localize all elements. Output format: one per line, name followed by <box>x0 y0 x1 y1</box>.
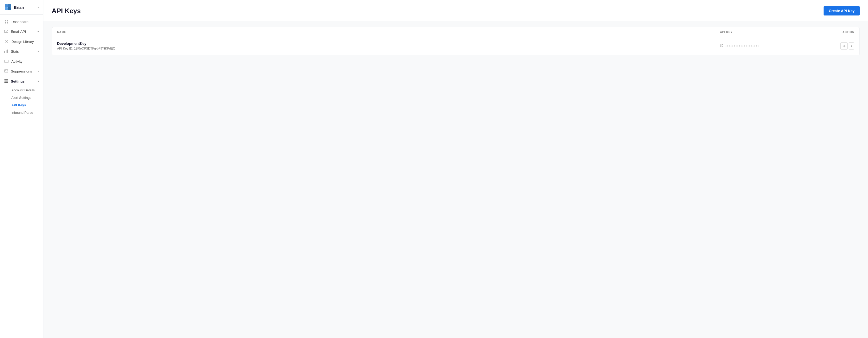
api-keys-table: NAME API KEY ACTION DevelopmentKey API K… <box>52 27 860 55</box>
sidebar-item-suppressions-label: Suppressions <box>11 69 32 73</box>
sidebar-item-stats-left: Stats <box>4 49 19 54</box>
col-header-name: NAME <box>57 30 720 34</box>
dashboard-icon <box>4 19 9 24</box>
link-icon <box>720 44 723 48</box>
activity-icon <box>4 59 9 64</box>
settings-chevron-icon: ▾ <box>37 80 39 83</box>
svg-rect-13 <box>6 50 6 53</box>
sidebar-subitem-account-details[interactable]: Account Details <box>0 87 43 94</box>
svg-rect-4 <box>5 20 6 22</box>
sidebar-item-stats[interactable]: Stats ▾ <box>0 46 43 57</box>
table-row: DevelopmentKey API Key ID: 1BReCPSDTFq-b… <box>52 37 860 55</box>
sidebar-item-email-api-left: Email API <box>4 29 26 34</box>
svg-rect-8 <box>4 30 8 33</box>
sidebar-item-suppressions[interactable]: Suppressions ▾ <box>0 66 43 76</box>
sidebar-username: Brian <box>14 5 24 9</box>
sidebar-subitem-api-keys[interactable]: API Keys <box>0 101 43 109</box>
api-key-dots: •••••••••••••••••••• <box>725 44 759 48</box>
sidebar-item-email-api[interactable]: Email API ▾ <box>0 27 43 37</box>
main-content: API Keys Create API Key NAME API KEY ACT… <box>43 0 868 338</box>
brand-logo-icon <box>4 4 11 11</box>
api-key-id: API Key ID: 1BReCPSDTFq-bFJYtKPdEQ <box>57 47 720 50</box>
sidebar-item-design-library-label: Design Library <box>11 40 34 44</box>
sidebar-subitem-alert-settings[interactable]: Alert Settings <box>0 94 43 101</box>
sidebar-subitem-inbound-parse[interactable]: Inbound Parse <box>0 109 43 116</box>
svg-rect-0 <box>5 4 8 7</box>
sidebar-nav: Dashboard Email API ▾ <box>0 15 43 338</box>
sidebar-item-settings[interactable]: Settings ▾ <box>0 76 43 87</box>
sidebar-item-settings-left: Settings <box>4 79 25 84</box>
svg-rect-5 <box>7 20 8 22</box>
api-key-expand-button[interactable]: ▾ <box>848 42 854 49</box>
settings-icon <box>4 79 8 84</box>
suppressions-chevron-icon: ▾ <box>37 70 39 73</box>
svg-rect-12 <box>4 52 5 53</box>
sidebar-user-header[interactable]: Brian ▾ <box>0 0 43 15</box>
col-header-action: ACTION <box>823 30 854 34</box>
api-key-name-cell: DevelopmentKey API Key ID: 1BReCPSDTFq-b… <box>57 41 720 50</box>
sidebar-item-activity[interactable]: Activity <box>0 57 43 66</box>
design-library-icon <box>4 39 9 44</box>
svg-rect-6 <box>5 22 6 24</box>
api-key-name: DevelopmentKey <box>57 41 720 46</box>
stats-icon <box>4 49 8 54</box>
api-key-value-cell: •••••••••••••••••••• <box>720 44 823 48</box>
table-header-row: NAME API KEY ACTION <box>52 27 860 37</box>
email-api-chevron-icon: ▾ <box>37 30 39 33</box>
sidebar-item-activity-label: Activity <box>11 60 23 64</box>
page-title: API Keys <box>52 7 81 15</box>
svg-rect-2 <box>5 7 8 10</box>
col-header-api-key: API KEY <box>720 30 823 34</box>
api-key-settings-button[interactable] <box>840 42 847 49</box>
sidebar-item-settings-label: Settings <box>11 79 25 83</box>
sidebar-item-design-library[interactable]: Design Library <box>0 37 43 46</box>
gear-icon <box>842 44 846 48</box>
sidebar-item-suppressions-left: Suppressions <box>4 69 32 74</box>
sidebar-item-stats-label: Stats <box>11 49 19 54</box>
stats-chevron-icon: ▾ <box>37 50 39 53</box>
svg-rect-7 <box>7 22 8 24</box>
svg-rect-20 <box>4 81 8 81</box>
sidebar: Brian ▾ Dashboard <box>0 0 43 338</box>
settings-sub-nav: Account Details Alert Settings API Keys … <box>0 87 43 116</box>
svg-rect-21 <box>4 82 8 82</box>
sidebar-user-chevron-icon: ▾ <box>37 6 39 9</box>
svg-rect-19 <box>4 79 8 80</box>
email-api-icon <box>4 29 8 34</box>
suppressions-icon <box>4 69 8 74</box>
api-key-expand-chevron-icon: ▾ <box>851 44 852 48</box>
svg-rect-15 <box>5 60 8 63</box>
sidebar-item-dashboard[interactable]: Dashboard <box>0 17 43 27</box>
main-header: API Keys Create API Key <box>43 0 868 21</box>
sidebar-item-email-api-label: Email API <box>11 30 26 34</box>
sidebar-item-dashboard-label: Dashboard <box>11 20 28 24</box>
api-key-action-cell: ▾ <box>823 42 854 49</box>
svg-rect-14 <box>7 49 8 53</box>
svg-rect-3 <box>8 7 11 10</box>
create-api-key-button[interactable]: Create API Key <box>824 6 860 15</box>
svg-point-22 <box>843 45 844 46</box>
sidebar-user-info: Brian <box>4 4 24 11</box>
svg-rect-1 <box>8 4 11 7</box>
